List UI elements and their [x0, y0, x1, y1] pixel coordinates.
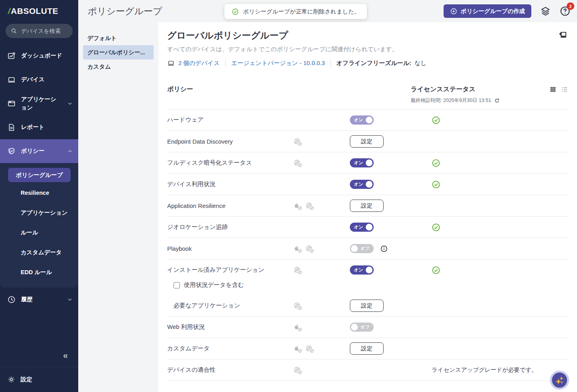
apple-unsupported-icon — [293, 202, 301, 209]
policy-row-block: Endpoint Data Discovery 設定 — [167, 131, 568, 152]
policy-row: カスタムデータ 設定 — [167, 338, 568, 359]
platform-icons — [293, 345, 350, 352]
policy-name: カスタムデータ — [167, 345, 293, 352]
sidebar-item-label: レポート — [21, 123, 73, 131]
search-input[interactable] — [21, 28, 69, 34]
configure-button[interactable]: 設定 — [350, 200, 384, 212]
unsupported-icon — [298, 206, 302, 210]
toggle-knob — [351, 324, 358, 331]
policy-toggle[interactable]: オン — [350, 265, 374, 275]
policy-name: ジオロケーション追跡 — [167, 223, 293, 231]
toast-message: ポリシーグループが正常に削除されました。 — [243, 8, 360, 15]
policy-toggle[interactable]: オン — [350, 158, 374, 167]
devices-count-label: 2 個のデバイス — [178, 60, 220, 67]
platform-icons — [293, 302, 350, 309]
policy-name: Web 利用状況 — [167, 323, 293, 331]
license-ok-icon — [432, 223, 568, 232]
policy-control: 設定 — [350, 200, 432, 212]
layers-icon[interactable] — [540, 6, 551, 17]
sidebar-item-reports[interactable]: レポート — [0, 115, 78, 139]
group-tab-2[interactable]: カスタム — [83, 60, 154, 74]
policy-name: Playbook — [167, 245, 293, 252]
policy-toggle[interactable]: オン — [350, 115, 374, 125]
refresh-icon[interactable] — [494, 98, 500, 104]
sidebar-item-applications[interactable]: アプリケーション — [0, 92, 78, 115]
sidebar-subitem-custom-data[interactable]: カスタムデータ — [0, 242, 78, 262]
policy-row-block: Application Resilience 設定 — [167, 195, 568, 217]
unsupported-icon — [310, 249, 314, 253]
configure-button[interactable]: 設定 — [350, 300, 384, 312]
policy-toggle[interactable]: オン — [350, 223, 374, 232]
devices-count-link[interactable]: 2 個のデバイス — [167, 60, 220, 67]
sidebar-subitem-policy-groups[interactable]: ポリシーグループ — [8, 168, 71, 182]
include-usage-row: 使用状況データを含む — [167, 281, 568, 295]
group-tab-0[interactable]: デフォルト — [83, 31, 154, 45]
policy-row: ハードウェア オン — [167, 110, 568, 131]
reports-icon — [7, 123, 16, 132]
unsupported-icon — [298, 327, 302, 332]
offline-rule-label: オフラインフリーズルール: — [336, 60, 411, 66]
toggle-on-label: オン — [354, 224, 363, 230]
sidebar-item-history[interactable]: 履歴 — [0, 288, 78, 311]
dashboard-icon — [7, 52, 16, 60]
ai-assistant-button[interactable] — [550, 371, 569, 390]
include-usage-checkbox[interactable] — [174, 282, 180, 288]
help-icon[interactable]: 2 — [560, 6, 571, 17]
sidebar-subitem-applications[interactable]: アプリケーション — [0, 203, 78, 223]
policy-table-body: ハードウェア オン Endpoint Data Discovery 設定 フルデ… — [167, 109, 568, 381]
absolute-logo: / ABSOLUTE — [0, 0, 78, 16]
main-content: グローバルポリシーグループ すべてのデバイスは、デフォルトでこのポリシーグループ… — [158, 22, 577, 392]
license-ok-icon — [432, 116, 568, 125]
create-policy-group-button[interactable]: ポリシーグループの作成 — [444, 4, 531, 18]
card-view-icon[interactable] — [549, 86, 557, 93]
policy-row-block: ジオロケーション追跡 オン — [167, 217, 568, 238]
chrome-unsupported-icon — [305, 245, 313, 252]
info-icon[interactable] — [380, 245, 388, 253]
sidebar-item-label: デバイス — [21, 75, 73, 84]
configure-button[interactable]: 設定 — [350, 342, 384, 355]
toggle-on-label: オン — [354, 160, 363, 166]
sidebar-item-policies[interactable]: ポリシー — [0, 139, 78, 163]
laptop-plus-icon[interactable] — [558, 30, 567, 40]
license-status — [432, 116, 568, 125]
page-title: ポリシーグループ — [88, 5, 162, 17]
unsupported-icon — [310, 206, 314, 210]
offline-rule-value: なし — [415, 60, 427, 66]
policy-row-block: カスタムデータ 設定 — [167, 338, 568, 359]
chrome-unsupported-icon — [293, 266, 301, 274]
platform-icons — [293, 323, 350, 331]
platform-icons — [293, 202, 350, 209]
license-status — [432, 180, 568, 189]
policy-row: デバイスの適合性 ライセンスアップグレードが必要です。 — [167, 359, 568, 380]
list-view-icon[interactable] — [561, 86, 568, 93]
policy-row-block: デバイスの適合性 ライセンスアップグレードが必要です。 — [167, 359, 568, 381]
platform-icons — [293, 138, 350, 145]
sidebar-item-devices[interactable]: デバイス — [0, 68, 78, 92]
history-icon — [7, 295, 16, 304]
platform-icons — [293, 245, 350, 252]
group-tab-1[interactable]: グローバルポリシー... — [83, 45, 154, 60]
policy-toggle[interactable]: オフ — [350, 244, 374, 253]
sidebar-item-label: ポリシー — [21, 147, 62, 155]
policy-toggle[interactable]: オフ — [350, 323, 374, 332]
device-search[interactable] — [6, 24, 73, 38]
collapse-sidebar-icon[interactable]: « — [0, 351, 78, 367]
sidebar-item-settings[interactable]: 設定 — [0, 367, 78, 392]
policy-toggle[interactable]: オン — [350, 180, 374, 189]
group-meta-row: 2 個のデバイス エージェントバージョン - 10.0.0.3 オフラインフリー… — [167, 59, 568, 67]
license-message: ライセンスアップグレードが必要です。 — [432, 367, 537, 373]
chrome-unsupported-icon — [293, 138, 301, 145]
toggle-knob — [366, 224, 372, 231]
policy-control: オフ — [350, 244, 432, 253]
sidebar-item-label: ダッシュボード — [21, 52, 73, 60]
sidebar: / ABSOLUTE ダッシュボード デバイス アプリケーション レポート ポリ… — [0, 0, 78, 392]
group-title: グローバルポリシーグループ — [167, 29, 568, 42]
sidebar-subitem-resilience[interactable]: Resilience — [0, 183, 78, 203]
sidebar-subitem-rules[interactable]: ルール — [0, 223, 78, 242]
agent-version-link[interactable]: エージェントバージョン - 10.0.0.3 — [231, 60, 325, 67]
sidebar-item-dashboard[interactable]: ダッシュボード — [0, 44, 78, 68]
create-policy-group-label: ポリシーグループの作成 — [461, 8, 525, 15]
policy-column-header: ポリシー — [167, 85, 411, 94]
sidebar-subitem-edd-rules[interactable]: EDD ルール — [0, 262, 78, 282]
configure-button[interactable]: 設定 — [350, 135, 384, 148]
